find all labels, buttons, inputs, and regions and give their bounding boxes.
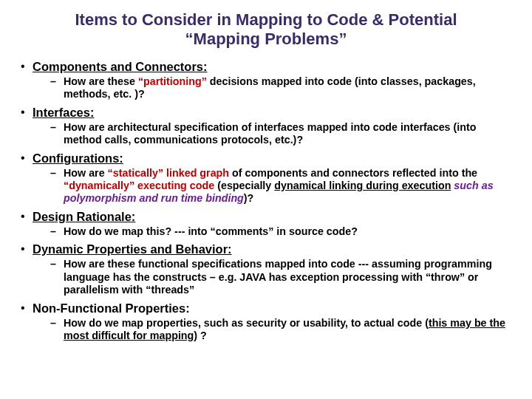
text-emphasis: “dynamically” executing code [64, 180, 214, 191]
text: )? [244, 192, 254, 204]
sublist: How do we map properties, such as securi… [33, 317, 516, 343]
item-design-rationale: Design Rationale: How do we map this? --… [16, 210, 516, 238]
heading-configurations: Configurations: [33, 151, 123, 165]
text: of components and connectors reflected i… [229, 167, 477, 179]
text: How do we map properties, such as securi… [64, 317, 425, 329]
slide: Items to Consider in Mapping to Code & P… [0, 0, 532, 354]
subitem: How are these functional specifications … [50, 258, 516, 296]
item-non-functional: Non-Functional Properties: How do we map… [16, 301, 516, 343]
subitem: How are “statically” linked graph of com… [50, 167, 516, 205]
item-components-connectors: Components and Connectors: How are these… [16, 60, 516, 101]
sublist: How are these “partitioning” decisions m… [33, 75, 516, 101]
slide-title: Items to Consider in Mapping to Code & P… [46, 10, 486, 50]
bullet-list: Components and Connectors: How are these… [16, 60, 516, 343]
subitem: How do we map this? --- into “comments” … [50, 225, 516, 238]
heading-components-connectors: Components and Connectors: [33, 60, 208, 73]
heading-non-functional: Non-Functional Properties: [33, 301, 190, 315]
heading-design-rationale: Design Rationale: [33, 210, 135, 223]
sublist: How are architectural specification of i… [33, 121, 516, 147]
text: (especially [214, 180, 274, 191]
text-underline: dynamical linking during execution [274, 180, 451, 191]
subitem: How are architectural specification of i… [50, 121, 516, 147]
text: How are [64, 167, 108, 179]
text: ? [197, 330, 207, 341]
text-emphasis: “statically” linked graph [108, 167, 229, 179]
text-emphasis: “partitioning” [138, 75, 207, 87]
subitem: How are these “partitioning” decisions m… [50, 75, 516, 101]
item-dynamic-properties: Dynamic Properties and Behavior: How are… [16, 242, 516, 296]
text: How are these [64, 75, 138, 87]
sublist: How are these functional specifications … [33, 258, 516, 296]
sublist: How are “statically” linked graph of com… [33, 167, 516, 205]
item-interfaces: Interfaces: How are architectural specif… [16, 106, 516, 147]
subitem: How do we map properties, such as securi… [50, 317, 516, 343]
item-configurations: Configurations: How are “statically” lin… [16, 151, 516, 205]
heading-dynamic-properties: Dynamic Properties and Behavior: [33, 242, 232, 256]
heading-interfaces: Interfaces: [33, 106, 94, 119]
sublist: How do we map this? --- into “comments” … [33, 225, 516, 238]
